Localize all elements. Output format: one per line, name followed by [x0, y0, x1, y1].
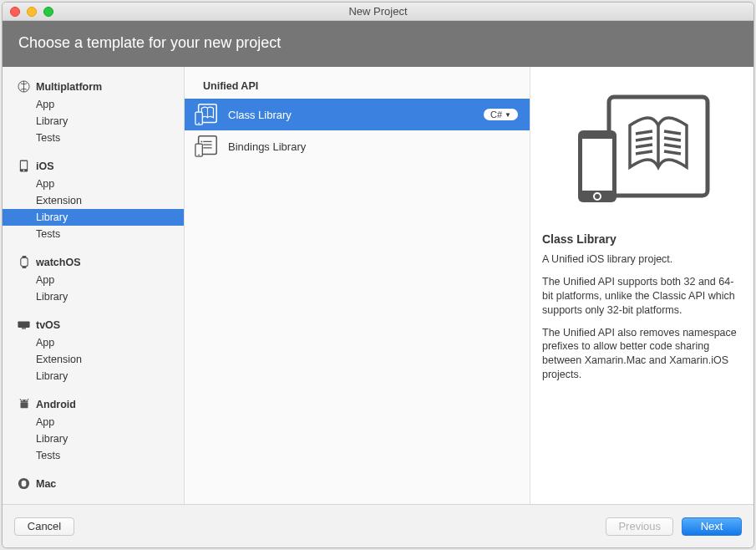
- sidebar-item-watchos-library[interactable]: Library: [3, 288, 184, 305]
- next-button[interactable]: Next: [682, 517, 742, 536]
- minimize-window-button[interactable]: [27, 7, 37, 17]
- sidebar-item-watchos-app[interactable]: App: [3, 272, 184, 288]
- sidebar-item-tvos-library[interactable]: Library: [3, 368, 184, 384]
- zoom-window-button[interactable]: [43, 7, 53, 17]
- svg-point-10: [22, 400, 23, 401]
- svg-line-31: [664, 145, 681, 147]
- svg-line-25: [636, 131, 652, 134]
- detail-paragraph: The Unified API also removes namespace p…: [542, 326, 742, 383]
- class-library-icon: [193, 101, 220, 128]
- svg-line-32: [664, 151, 681, 154]
- sidebar-item-ios-extension[interactable]: Extension: [3, 192, 184, 209]
- category-sidebar: Multiplatform App Library Tests iOS App …: [3, 67, 185, 504]
- category-watchos[interactable]: watchOS: [3, 252, 184, 272]
- bindings-library-icon: [193, 133, 220, 160]
- sidebar-item-ios-library[interactable]: Library: [3, 209, 184, 226]
- sidebar-item-android-tests[interactable]: Tests: [3, 447, 184, 464]
- template-label: Class Library: [228, 109, 484, 121]
- language-selector[interactable]: C# ▼: [484, 109, 518, 120]
- template-section-title: Unified API: [185, 77, 530, 99]
- svg-line-27: [636, 145, 652, 147]
- svg-rect-2: [21, 161, 27, 169]
- sidebar-item-ios-app[interactable]: App: [3, 176, 184, 192]
- svg-point-3: [23, 170, 25, 171]
- category-label: watchOS: [36, 257, 81, 268]
- svg-point-22: [198, 154, 200, 155]
- wizard-content: Multiplatform App Library Tests iOS App …: [3, 67, 753, 504]
- template-bindings-library[interactable]: Bindings Library: [185, 130, 530, 162]
- template-preview-image: [542, 82, 742, 216]
- template-detail-pane: Class Library A Unified iOS library proj…: [530, 67, 753, 504]
- wizard-heading: Choose a template for your new project: [18, 34, 281, 51]
- category-label: tvOS: [36, 319, 60, 331]
- detail-title: Class Library: [542, 232, 742, 246]
- chevron-down-icon: ▼: [505, 111, 511, 119]
- category-android[interactable]: Android: [3, 395, 184, 414]
- sidebar-item-tvos-app[interactable]: App: [3, 334, 184, 351]
- sidebar-item-android-app[interactable]: App: [3, 414, 184, 430]
- svg-line-28: [636, 151, 652, 154]
- new-project-window: New Project Choose a template for your n…: [2, 2, 754, 548]
- svg-rect-34: [582, 139, 612, 191]
- category-label: Multiplatform: [36, 81, 102, 93]
- sidebar-item-ios-tests[interactable]: Tests: [3, 226, 184, 242]
- template-class-library[interactable]: Class Library C# ▼: [185, 99, 530, 130]
- window-titlebar: New Project: [3, 3, 753, 21]
- category-ios[interactable]: iOS: [3, 156, 184, 176]
- detail-paragraph: The Unified API supports both 32 and 64-…: [542, 275, 742, 318]
- category-mac[interactable]: Mac: [3, 474, 184, 493]
- svg-point-18: [200, 140, 202, 142]
- ios-icon: [18, 160, 30, 172]
- window-title: New Project: [3, 5, 753, 18]
- sidebar-item-multiplatform-library[interactable]: Library: [3, 113, 184, 130]
- sidebar-item-multiplatform-tests[interactable]: Tests: [3, 130, 184, 146]
- sidebar-item-multiplatform-app[interactable]: App: [3, 96, 184, 113]
- wizard-footer: Cancel Previous Next: [3, 504, 753, 547]
- mac-icon: [18, 477, 30, 490]
- svg-rect-7: [18, 321, 29, 328]
- sidebar-item-tvos-extension[interactable]: Extension: [3, 351, 184, 368]
- svg-point-11: [25, 400, 26, 401]
- svg-line-29: [664, 131, 681, 134]
- android-icon: [18, 398, 30, 410]
- wizard-banner: Choose a template for your new project: [3, 21, 753, 67]
- watchos-icon: [18, 256, 30, 268]
- svg-rect-9: [20, 402, 28, 408]
- window-controls: [10, 7, 53, 17]
- category-label: Android: [36, 399, 76, 410]
- close-window-button[interactable]: [10, 7, 20, 17]
- category-label: Mac: [36, 478, 56, 490]
- svg-line-26: [636, 138, 652, 140]
- category-label: iOS: [36, 160, 54, 172]
- svg-rect-6: [20, 257, 27, 266]
- cancel-button[interactable]: Cancel: [14, 517, 74, 536]
- language-label: C#: [490, 109, 502, 120]
- multiplatform-icon: [18, 80, 30, 93]
- svg-line-30: [664, 138, 681, 140]
- category-tvos[interactable]: tvOS: [3, 315, 184, 334]
- svg-point-16: [198, 122, 200, 124]
- previous-button[interactable]: Previous: [606, 517, 673, 536]
- sidebar-item-android-library[interactable]: Library: [3, 430, 184, 447]
- tvos-icon: [18, 318, 30, 331]
- template-label: Bindings Library: [228, 140, 518, 153]
- template-list-pane: Unified API Class Library C# ▼ Bindings …: [185, 67, 530, 504]
- svg-rect-8: [22, 328, 26, 328]
- category-multiplatform[interactable]: Multiplatform: [3, 77, 184, 96]
- detail-summary: A Unified iOS library project.: [542, 252, 742, 267]
